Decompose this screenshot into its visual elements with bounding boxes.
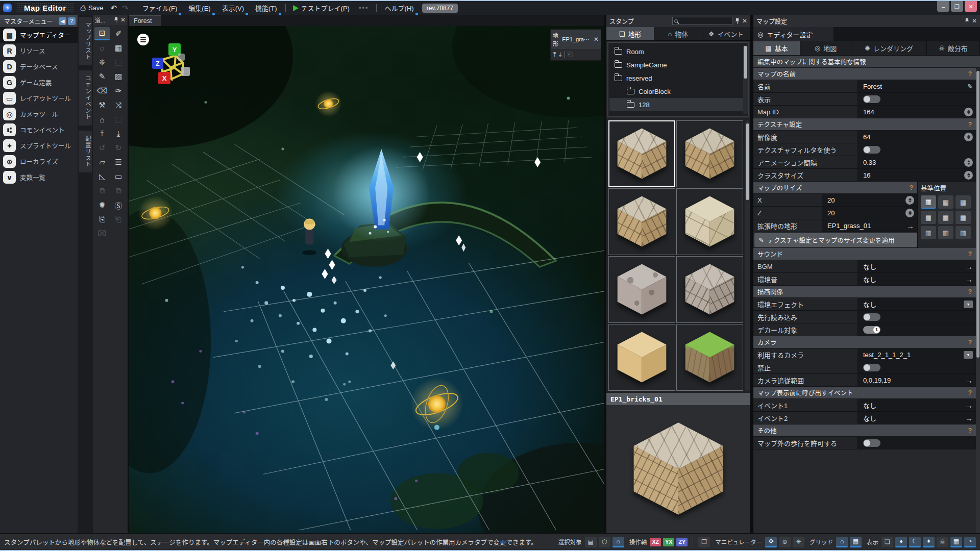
display-shield-button[interactable]: ♦ [895, 537, 907, 547]
stamp-out-icon[interactable]: ⤓ [559, 51, 562, 59]
menu-file[interactable]: ファイル(F) [139, 2, 181, 14]
stamp-search[interactable] [672, 17, 732, 25]
arrow-icon[interactable]: → [965, 262, 973, 271]
texture-filter-toggle[interactable] [863, 146, 880, 154]
tool-slope[interactable]: ▱ [94, 156, 110, 169]
tree-scrollbar[interactable] [743, 45, 748, 114]
display-fog-button[interactable]: ◔ [964, 537, 976, 547]
help-icon[interactable]: ? [910, 184, 913, 191]
help-icon[interactable]: ? [968, 288, 972, 295]
stamp-block-sand-plain[interactable] [608, 324, 675, 391]
tab-enemy-distribution[interactable]: ☠敵分布 [927, 41, 980, 55]
sidebar-item-localize[interactable]: ⊕ローカライズ [0, 154, 78, 169]
stamp-block-brick-tan-2[interactable] [676, 120, 743, 187]
tab-minimap[interactable]: ◎地図 [800, 41, 851, 55]
tree-item-colorblock[interactable]: ColorBlock [609, 85, 747, 98]
viewport-menu-button[interactable] [137, 34, 149, 45]
tree-item-reserved[interactable]: reserved [609, 71, 747, 85]
menu-edit[interactable]: 編集(E) [185, 2, 213, 14]
manipulator-scale-button[interactable]: ✳ [793, 537, 804, 547]
tree-item-samplegame[interactable]: SampleGame [609, 58, 747, 71]
tab-objects[interactable]: ⌂物体 [654, 27, 702, 40]
tab-rendering[interactable]: ✺レンダリング [851, 41, 927, 55]
sidebar-item-layout-tool[interactable]: ▭レイアウトツール [0, 90, 78, 106]
tab-basic[interactable]: ▦基本 [753, 41, 800, 55]
pin-icon[interactable] [114, 17, 118, 23]
undo-button[interactable]: ↶ [111, 4, 117, 13]
restore-button[interactable]: ❐ [951, 1, 963, 12]
tool-box-block[interactable]: ▭ [111, 170, 126, 183]
tool-picker[interactable]: ✑ [111, 84, 126, 97]
arrow-icon[interactable]: → [965, 414, 973, 422]
tool-rectangle-select[interactable]: ⊡ [94, 27, 110, 40]
pin-icon[interactable] [735, 18, 740, 24]
tool-raise-terrain[interactable]: ⤒ [94, 127, 110, 140]
tree-item-128[interactable]: 128 [609, 98, 747, 111]
tool-block-select[interactable]: ▦ [111, 41, 126, 55]
apply-texture-size-button[interactable]: ✎テクスチャ設定とマップのサイズ変更を適用 [754, 233, 917, 247]
stamp-block-grass-dirt[interactable] [676, 324, 743, 391]
tab-events[interactable]: ❖イベント [702, 27, 750, 40]
grid-show-button[interactable]: ▦ [850, 537, 862, 547]
stepper-icon[interactable] [905, 209, 914, 217]
minimize-button[interactable]: – [937, 1, 949, 12]
visible-toggle[interactable] [863, 95, 880, 103]
settings-scrollbar[interactable] [976, 71, 980, 533]
grid-snap-button[interactable]: ⌂ [836, 537, 848, 547]
tool-stairs[interactable]: ☰ [111, 156, 126, 169]
select-objects-button[interactable]: ⬡ [599, 537, 610, 547]
sidebar-item-variables[interactable]: ∨変数一覧 [0, 169, 78, 185]
basis-mid-left[interactable]: ▦ [921, 211, 936, 224]
display-enemy-button[interactable]: ☠ [937, 537, 948, 547]
display-cage-button[interactable]: ▦ [950, 537, 962, 547]
sidebar-item-camera-tool[interactable]: ◎カメラツール [0, 106, 78, 122]
editor-settings-button[interactable]: ◎エディター設定 [753, 27, 834, 41]
arrow-icon[interactable]: → [965, 401, 973, 410]
tool-light[interactable]: ✺ [94, 198, 110, 212]
basis-top-right[interactable]: ▦ [955, 195, 971, 209]
stepper-icon[interactable] [964, 108, 973, 116]
manipulator-rotate-button[interactable]: ⊕ [779, 537, 791, 547]
basis-mid-right[interactable]: ▦ [955, 211, 971, 224]
sidebar-item-map-editor[interactable]: ▦マップエディター [0, 27, 78, 43]
basis-bottom-center[interactable]: ▦ [938, 226, 953, 239]
preload-toggle[interactable] [863, 313, 880, 321]
close-button[interactable]: ✕ [965, 1, 977, 12]
arrow-icon[interactable]: → [965, 376, 973, 385]
sidebar-item-sprite-tool[interactable]: ✦スプライトツール [0, 138, 78, 154]
stamp-block-tile-cream[interactable] [676, 188, 743, 255]
sidebar-item-resources[interactable]: Rリソース [0, 43, 78, 59]
tree-item-room[interactable]: Room [609, 45, 747, 58]
help-icon[interactable]: ? [968, 251, 972, 258]
stepper-icon[interactable] [964, 133, 973, 141]
help-icon[interactable]: ? [968, 389, 972, 396]
tool-copy[interactable]: ⎘ [94, 213, 110, 226]
decal-toggle[interactable]: 1 [863, 326, 880, 334]
map-tab-forest[interactable]: Forest [129, 15, 161, 26]
sidebar-item-database[interactable]: Dデータベース [0, 59, 78, 74]
help-icon[interactable]: ? [968, 70, 972, 78]
map-3d-canvas[interactable]: Y Z X 地形 EP1_gra⋯ ✕ ⤒ [129, 26, 604, 533]
sidebar-item-common-event[interactable]: ⑆コモンイベント [0, 122, 78, 138]
walk-outside-toggle[interactable] [863, 439, 880, 447]
basis-top-left[interactable]: ▦ [921, 195, 936, 209]
tool-ellipse-select[interactable]: ◌ [94, 41, 110, 55]
tool-triangle-block[interactable]: ◺ [94, 170, 110, 183]
help-button[interactable]: ? [68, 17, 76, 25]
tab-map-list[interactable]: マップリスト [79, 17, 92, 65]
menu-view[interactable]: 表示(V) [219, 2, 247, 14]
close-icon[interactable]: ✕ [120, 16, 126, 23]
tool-start-point[interactable]: ⌂ [94, 113, 110, 126]
manipulator-move-button[interactable]: ✥ [765, 537, 777, 547]
stamp-in-icon[interactable]: ⤒ [553, 51, 556, 59]
tool-eraser[interactable]: ⌫ [94, 84, 110, 97]
axis-xz-button[interactable]: XZ [650, 538, 661, 546]
arrow-icon[interactable]: → [906, 221, 914, 230]
menu-help[interactable]: ヘルプ(H) [382, 2, 417, 14]
basis-top-center[interactable]: ▦ [938, 195, 953, 209]
select-locked-button[interactable]: ⌂ [612, 537, 624, 547]
menu-overflow-button[interactable]: ••• [357, 4, 371, 13]
pin-icon[interactable] [965, 18, 969, 24]
tool-shovel[interactable]: ⚒ [94, 98, 110, 112]
axis-zy-button[interactable]: ZY [676, 538, 688, 546]
